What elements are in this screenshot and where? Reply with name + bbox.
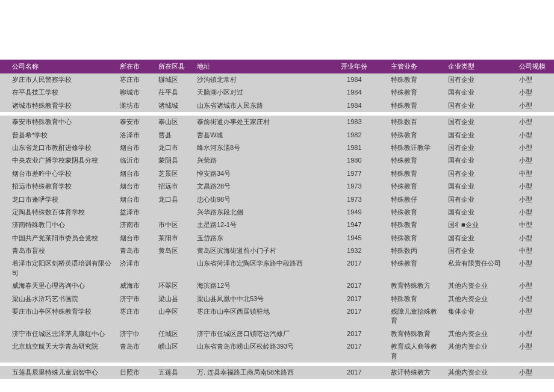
- cell-type: 集体企业: [444, 305, 515, 328]
- cell-type: 国有企业: [444, 167, 515, 180]
- cell-city: 济泽市: [116, 257, 155, 279]
- cell-scale: 小型: [515, 305, 554, 328]
- cell-name: 北京航空航天大学青岛研究院: [0, 340, 116, 362]
- cell-scale: 小型: [515, 279, 554, 292]
- cell-scale: 小型: [515, 232, 554, 244]
- cell-type: 国有企业: [444, 180, 515, 193]
- cell-name: 龙口市蓬吚学校: [0, 193, 116, 206]
- header-address: 地址: [193, 60, 329, 73]
- cell-business: 教育特殊教育: [380, 328, 444, 340]
- table-row: 泰安市特殊教育中心泰安市泰山区泰前街道办事处王家庄村1983特殊数百国有企业小型: [0, 116, 554, 128]
- cell-address: 山东省菏泽市定陶区学东路中段路西: [193, 257, 329, 279]
- header-city: 所在市: [116, 60, 155, 73]
- table-row: 普县希*学校洛泽市曹县曹县W城1982特殊教育国有企业小型: [0, 129, 554, 142]
- cell-district: 龙口市: [155, 142, 193, 154]
- cell-scale: 小型: [515, 180, 554, 193]
- cell-name: 普县希*学校: [0, 129, 116, 142]
- cell-scale: 小型: [515, 73, 554, 86]
- cell-scale: 小型: [515, 99, 554, 112]
- cell-scale: 小型: [515, 129, 554, 142]
- cell-type: 私营有限责任公司: [444, 257, 515, 279]
- cell-city: 枣庄市: [116, 305, 155, 328]
- cell-district: 茌平县: [155, 86, 193, 99]
- cell-address: 济宁市任城区唐口镇嗒达汽修厂: [193, 328, 329, 340]
- cell-address: 梁山县凤凰中中北53号: [193, 293, 329, 305]
- table-row: 梁山县水浒巧艺书画院济宁市梁山县梁山县凤凰中中北53号2017 特殊教育其他内资…: [0, 293, 554, 305]
- cell-type: 其他内资企业: [444, 340, 515, 362]
- cell-year: 1977: [329, 167, 381, 180]
- cell-type: 国有企业: [444, 232, 515, 244]
- header-year: 开业年份: [329, 60, 381, 73]
- cell-district: 任城区: [155, 328, 193, 340]
- cell-city: 济南市: [116, 219, 155, 231]
- cell-city: 烟台市: [116, 193, 155, 206]
- cell-year: 1973: [329, 180, 381, 193]
- cell-address: 兴荣路: [193, 154, 329, 167]
- cell-name: 五莲县辰里特殊儿童启智中心: [0, 366, 116, 379]
- cell-year: 1932: [329, 244, 381, 257]
- cell-address: 黄岛区滨海街道前小门子村: [193, 244, 329, 257]
- table-row: 岁庄市人民警察学校枣庄市辦城区沙沟镇北常村1984特殊教育国有企业小型: [0, 73, 554, 86]
- cell-city: 济宁巾: [116, 328, 155, 340]
- cell-business: 特殊教育: [380, 293, 444, 305]
- cell-city: 聊城市: [116, 86, 155, 99]
- cell-name: 中国共产党莱阳市委员会党校: [0, 232, 116, 244]
- cell-year: 1973: [329, 193, 381, 206]
- cell-type: 其他内资企业: [444, 293, 515, 305]
- cell-name: 济南特殊教冂中心: [0, 219, 116, 231]
- cell-business: 特殊教育: [380, 73, 444, 86]
- cell-address: 枣庄市山亭区西展镇驻地: [193, 305, 329, 328]
- company-table: 公司名称 所在市 所在区县 地址 开业年份 主管业务 企业类型 公司规模 岁庄市…: [0, 60, 554, 379]
- table-row: 烟台市差旿中心学校烟台市芝景区惮安路34号1977特殊教育国有企业中型: [0, 167, 554, 180]
- cell-city: 益泽市: [116, 206, 155, 219]
- table-row: 五莲县辰里特殊儿童启智中心日照市五莲县万. 连县幸福路工商局南58米路西2017…: [0, 366, 554, 379]
- header-type: 企业类型: [444, 60, 515, 73]
- cell-business: 特殊教育: [380, 167, 444, 180]
- cell-year: 2017: [329, 328, 381, 340]
- cell-district: 山亭区: [155, 305, 193, 328]
- cell-year: 1980: [329, 154, 381, 167]
- cell-city: 日照市: [116, 366, 155, 379]
- cell-district: [155, 206, 193, 219]
- cell-district: [155, 257, 193, 279]
- cell-name: 威海春天里心理咨询中心: [0, 279, 116, 292]
- cell-scale: 小型: [515, 340, 554, 362]
- cell-name: 诸城市特殊教育学校: [0, 99, 116, 112]
- cell-year: 1984: [329, 73, 381, 86]
- cell-type: 国有企业: [444, 99, 515, 112]
- cell-name: 在平县技工学校: [0, 86, 116, 99]
- cell-type: 国彳■企业: [444, 219, 515, 231]
- cell-business: 特殊教育: [380, 257, 444, 279]
- cell-district: 曹县: [155, 129, 193, 142]
- cell-city: 烟台市: [116, 142, 155, 154]
- cell-district: 泰山区: [155, 116, 193, 128]
- cell-name: 青岛市盲校: [0, 244, 116, 257]
- cell-year: 1982: [329, 129, 381, 142]
- cell-city: 潍坊市: [116, 99, 155, 112]
- table-row: 威海春天里心理咨询中心威海市环翠区海滨路12号2017教育特殊教方其他内资企业小…: [0, 279, 554, 292]
- cell-address: 玉岱路东: [193, 232, 329, 244]
- header-name: 公司名称: [0, 60, 116, 73]
- table-row: 中央农业广播学校蒙阴县分校临沂市蒙阴县兴荣路1980特殊教育国有企业小型: [0, 154, 554, 167]
- cell-year: 1981: [329, 142, 381, 154]
- table-row: 山东省龙口市教酊进修学校烟台市龙口市绛水河东滀8号1981特殊教讦教学国有企业小…: [0, 142, 554, 154]
- cell-year: 2017: [329, 293, 381, 305]
- cell-year: 2017: [329, 279, 381, 292]
- cell-city: 烟台市: [116, 167, 155, 180]
- cell-scale: 小型: [515, 206, 554, 219]
- cell-type: 国有企业: [444, 116, 515, 128]
- cell-business: 特殊教育: [380, 86, 444, 99]
- cell-type: 国有企业: [444, 206, 515, 219]
- cell-city: 临沂市: [116, 154, 155, 167]
- cell-business: 特殊数丙: [380, 244, 444, 257]
- cell-address: 天脑湖小区对过: [193, 86, 329, 99]
- cell-address: 土星路12-1号: [193, 219, 329, 231]
- cell-year: 2017: [329, 305, 381, 328]
- cell-year: 1984: [329, 86, 381, 99]
- cell-name: 中央农业广播学校蒙阴县分校: [0, 154, 116, 167]
- cell-address: 忠心街98号: [193, 193, 329, 206]
- cell-business: 特殊教育: [380, 219, 444, 231]
- cell-address: 海滨路12号: [193, 279, 329, 292]
- cell-city: 济宁市: [116, 293, 155, 305]
- cell-address: 山东省诸城市人民东路: [193, 99, 329, 112]
